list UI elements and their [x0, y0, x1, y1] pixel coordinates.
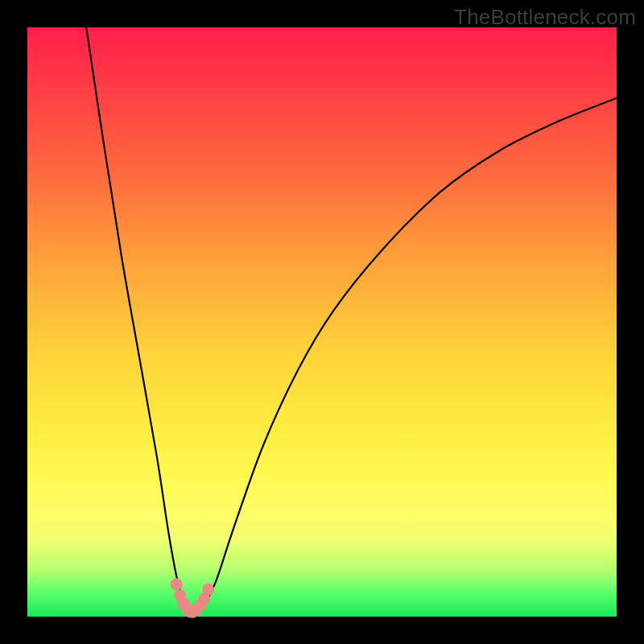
curve-path — [86, 27, 617, 612]
minimum-marker-group — [171, 578, 215, 617]
bottleneck-curve-line — [86, 27, 617, 612]
minimum-marker — [171, 578, 183, 590]
chart-frame: TheBottleneck.com — [0, 0, 644, 644]
watermark-text: TheBottleneck.com — [454, 5, 636, 30]
curve-svg — [27, 27, 617, 617]
plot-area — [27, 27, 617, 617]
minimum-marker — [202, 584, 214, 596]
